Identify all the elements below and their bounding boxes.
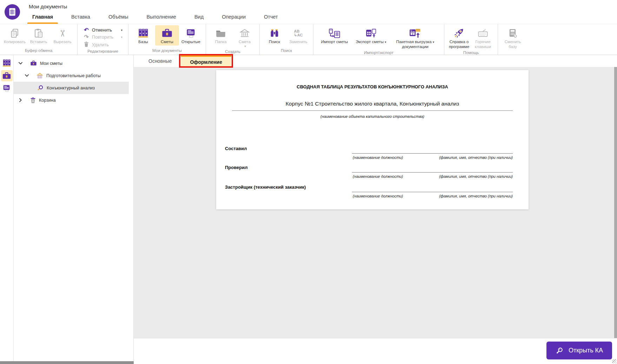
hotkeys-button[interactable]: Горячие клавиши bbox=[471, 25, 495, 50]
ribbon-group-import-export: Импорт сметы Экспорт сметы▾ Пакетная выг… bbox=[313, 24, 444, 55]
menu-tab-obyomy[interactable]: Объёмы bbox=[99, 11, 138, 24]
rail-estimates-button[interactable] bbox=[1, 70, 13, 81]
tree-item-recycle-bin[interactable]: Корзина bbox=[14, 94, 133, 106]
trash-icon bbox=[83, 41, 89, 48]
open-documents-icon bbox=[186, 27, 196, 40]
signature-row: Составил (наименование должности) (фамил… bbox=[216, 146, 529, 162]
sidebar-horizontal-scrollbar[interactable] bbox=[0, 361, 134, 364]
binders-icon bbox=[138, 27, 149, 40]
replace-icon: AB↳AC bbox=[294, 27, 303, 40]
group-label-clipboard: Буфер обмена bbox=[3, 48, 74, 55]
app-title: Мои документы bbox=[29, 4, 67, 9]
undo-button[interactable]: ↶ Отменить ▾ bbox=[82, 27, 124, 34]
export-caret-icon[interactable]: ▾ bbox=[385, 40, 386, 44]
redo-icon: ↷ bbox=[83, 34, 89, 40]
signature-row: Застройщик (технический заказчик) (наиме… bbox=[216, 184, 529, 201]
redo-label: Повторить bbox=[92, 35, 113, 40]
estimates-button[interactable]: Сметы bbox=[155, 25, 179, 46]
new-estimate-button[interactable]: Смета ▾ bbox=[233, 25, 257, 49]
batch-export-button[interactable]: Пакетная выгрузка▾ документации bbox=[389, 25, 441, 50]
replace-label: Заменить bbox=[289, 40, 307, 45]
paste-button[interactable]: Вставить bbox=[27, 25, 51, 46]
new-folder-label: Папка bbox=[215, 40, 227, 45]
signature-role-label: Составил bbox=[225, 146, 247, 151]
menu-tab-otchet[interactable]: Отчет bbox=[255, 11, 287, 24]
tree-item-label: Мои сметы bbox=[40, 61, 62, 66]
menu-tab-vid[interactable]: Вид bbox=[185, 11, 213, 24]
open-documents-icon bbox=[2, 84, 11, 93]
tree-item-label: Подготовительные работы bbox=[46, 73, 101, 78]
ribbon-group-clipboard: Копировать Вставить ✂ Вырезать Буфер обм… bbox=[0, 24, 77, 55]
bases-button[interactable]: Базы bbox=[131, 25, 155, 46]
delete-label: Удалить bbox=[92, 42, 109, 47]
batch-export-icon bbox=[409, 27, 422, 40]
paste-label: Вставить bbox=[30, 40, 47, 45]
scrollbar-thumb[interactable] bbox=[614, 67, 617, 338]
batch-export-label: Пакетная выгрузка bbox=[396, 40, 432, 45]
tab-oformlenie[interactable]: Оформление bbox=[181, 55, 231, 67]
house-icon bbox=[37, 73, 43, 79]
undo-caret-icon[interactable]: ▾ bbox=[121, 28, 122, 32]
tree-item-my-estimates[interactable]: Мои сметы bbox=[14, 57, 133, 69]
redo-button[interactable]: ↷ Повторить ▾ bbox=[82, 34, 124, 41]
menu-tab-vstavka[interactable]: Вставка bbox=[62, 11, 99, 24]
building-icon bbox=[239, 27, 250, 40]
new-folder-button[interactable]: Папка bbox=[209, 25, 233, 46]
replace-button[interactable]: AB↳AC Заменить bbox=[286, 25, 310, 46]
briefcase-icon bbox=[2, 72, 11, 80]
ribbon: Копировать Вставить ✂ Вырезать Буфер обм… bbox=[0, 24, 617, 55]
rocket-icon bbox=[453, 27, 465, 40]
batch-export-label2: документации bbox=[402, 45, 429, 49]
change-database-button[interactable]: Сменить базу bbox=[501, 25, 525, 50]
about-button[interactable]: Справка о программе bbox=[447, 25, 471, 50]
vertical-scrollbar[interactable] bbox=[614, 67, 617, 338]
rail-bases-button[interactable] bbox=[1, 58, 13, 69]
tree-item-preparatory-works[interactable]: Подготовительные работы bbox=[14, 69, 133, 82]
about-label: Справка о bbox=[450, 40, 469, 45]
footer-bar: Открыть КА bbox=[134, 338, 617, 364]
main-menu: Главная Вставка Объёмы Выполнение Вид Оп… bbox=[23, 11, 287, 24]
redo-caret-icon[interactable]: ▾ bbox=[121, 35, 122, 39]
open-ka-button[interactable]: Открыть КА bbox=[546, 342, 612, 359]
export-estimate-button[interactable]: Экспорт сметы▾ bbox=[353, 25, 389, 46]
import-estimate-button[interactable]: Импорт сметы bbox=[316, 25, 353, 46]
object-name-underline bbox=[232, 110, 513, 111]
tab-osnovnye[interactable]: Основные bbox=[139, 55, 181, 67]
object-name: Корпус №1 Строительство жилого квартала,… bbox=[216, 101, 529, 107]
window-resize-grip[interactable] bbox=[612, 359, 616, 363]
chevron-down-icon[interactable] bbox=[18, 62, 22, 65]
chevron-down-icon[interactable] bbox=[25, 74, 29, 77]
cut-button[interactable]: ✂ Вырезать bbox=[51, 25, 74, 46]
export-estimate-label: Экспорт сметы bbox=[356, 40, 384, 45]
new-estimate-caret-icon[interactable]: ▾ bbox=[244, 45, 246, 48]
ribbon-group-my-documents: Базы Сметы Открытые Мои документы bbox=[128, 24, 206, 55]
undo-label: Отменить bbox=[92, 28, 112, 33]
menu-tab-operacii[interactable]: Операции bbox=[213, 11, 255, 24]
bases-label: Базы bbox=[138, 40, 148, 45]
about-label2: программе bbox=[449, 45, 469, 49]
opened-button[interactable]: Открытые bbox=[179, 25, 203, 46]
copy-button[interactable]: Копировать bbox=[3, 25, 27, 46]
cut-label: Вырезать bbox=[53, 40, 71, 45]
briefcase-icon bbox=[30, 60, 37, 66]
magnifier-icon bbox=[37, 85, 44, 91]
app-window: Мои документы Главная Вставка Объёмы Вып… bbox=[0, 0, 617, 364]
binders-icon bbox=[2, 59, 11, 67]
menu-tab-vypolnenie[interactable]: Выполнение bbox=[138, 11, 185, 24]
document-title: СВОДНАЯ ТАБЛИЦА РЕЗУЛЬТАТОВ КОНЪЮНКТУРНО… bbox=[216, 84, 529, 89]
tree-item-conjuncture-analysis[interactable]: Конъюнктурный анализ bbox=[14, 82, 129, 94]
estimates-label: Сметы bbox=[161, 40, 173, 45]
folder-icon bbox=[215, 27, 226, 40]
menu-tab-glavnaya[interactable]: Главная bbox=[23, 11, 62, 24]
rail-opened-button[interactable] bbox=[1, 83, 13, 94]
signature-line bbox=[352, 172, 513, 173]
ribbon-group-create: Папка Смета ▾ Создать bbox=[206, 24, 259, 55]
signature-role-label: Проверил bbox=[225, 165, 247, 170]
preview-canvas: СВОДНАЯ ТАБЛИЦА РЕЗУЛЬТАТОВ КОНЪЮНКТУРНО… bbox=[134, 67, 614, 338]
tree-item-label: Корзина bbox=[39, 98, 56, 103]
batch-export-caret-icon[interactable]: ▾ bbox=[433, 40, 434, 44]
chevron-right-icon[interactable] bbox=[18, 98, 22, 102]
export-icon bbox=[365, 27, 377, 40]
search-button[interactable]: Поиск bbox=[263, 25, 286, 46]
delete-button[interactable]: Удалить bbox=[82, 41, 124, 49]
